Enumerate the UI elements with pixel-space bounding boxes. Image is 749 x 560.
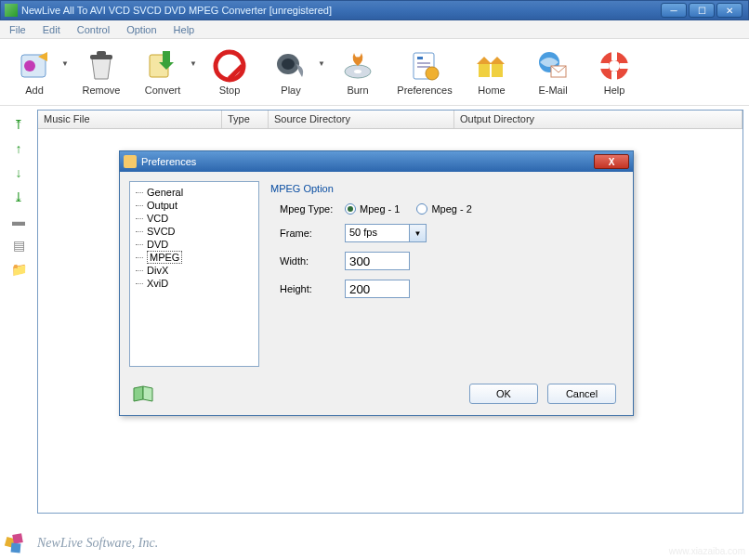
radio-icon (416, 203, 427, 215)
preferences-dialog: Preferences X General Output VCD SVCD DV… (119, 150, 634, 416)
burn-icon (341, 49, 374, 83)
toolbar-home[interactable]: Home (463, 49, 520, 96)
tree-mpeg[interactable]: MPEG (132, 251, 256, 264)
svg-point-8 (282, 59, 295, 70)
column-music-file[interactable]: Music File (38, 111, 222, 128)
mpeg-type-label: Mpeg Type: (270, 203, 345, 215)
move-down-icon[interactable]: ↓ (11, 165, 26, 180)
ok-button[interactable]: OK (469, 384, 538, 404)
svg-point-15 (426, 67, 439, 80)
tree-vcd[interactable]: VCD (132, 212, 256, 225)
move-top-icon[interactable]: ⤒ (11, 117, 26, 132)
stop-icon (213, 49, 246, 83)
preferences-tree[interactable]: General Output VCD SVCD DVD MPEG DivX Xv… (129, 181, 259, 367)
svg-rect-13 (417, 62, 430, 64)
tree-general[interactable]: General (132, 186, 256, 199)
toolbar-preferences[interactable]: Preferences (390, 49, 459, 96)
radio-mpeg2-label: Mpeg - 2 (431, 203, 471, 215)
watermark: www.xiazaiba.com (669, 546, 745, 556)
menu-control[interactable]: Control (72, 22, 115, 37)
toolbar-play[interactable]: Play (262, 49, 320, 96)
window-title: NewLive All To AVI VCD SVCD DVD MPEG Con… (21, 5, 332, 16)
toolbar-stop[interactable]: Stop (201, 49, 258, 96)
menu-help[interactable]: Help (168, 22, 201, 37)
toolbar-add-label: Add (25, 85, 44, 96)
width-label: Width: (270, 255, 345, 267)
svg-rect-27 (12, 533, 23, 544)
group-title: MPEG Option (270, 183, 624, 194)
toolbar-play-label: Play (281, 85, 300, 96)
toolbar-stop-label: Stop (219, 85, 241, 96)
dropdown-icon[interactable]: ▼ (61, 59, 69, 68)
frame-combo[interactable]: 50 fps ▼ (345, 224, 427, 242)
radio-mpeg2[interactable]: Mpeg - 2 (416, 203, 471, 215)
height-input[interactable] (345, 280, 410, 298)
svg-rect-22 (611, 51, 617, 60)
side-toolbar: ⤒ ↑ ↓ ⤓ ▬ ▤ 📁 (6, 117, 32, 277)
menu-edit[interactable]: Edit (37, 22, 66, 37)
dialog-icon (124, 155, 137, 168)
column-source-directory[interactable]: Source Directory (269, 111, 454, 128)
svg-rect-23 (611, 72, 617, 81)
email-icon (536, 49, 570, 83)
tree-output[interactable]: Output (132, 199, 256, 212)
height-label: Height: (270, 283, 345, 294)
toolbar-burn[interactable]: Burn (329, 49, 387, 96)
footer: NewLive Software, Inc. (4, 530, 158, 556)
app-icon (5, 4, 18, 17)
chevron-down-icon[interactable]: ▼ (409, 225, 426, 241)
page-icon[interactable]: ▬ (11, 214, 26, 228)
company-name: NewLive Software, Inc. (37, 536, 158, 551)
toolbar-help-label: Help (604, 85, 625, 96)
svg-rect-17 (492, 64, 503, 77)
table-header: Music File Type Source Directory Output … (38, 111, 742, 129)
toolbar-preferences-label: Preferences (397, 85, 452, 96)
menu-file[interactable]: File (4, 22, 32, 37)
dialog-title-text: Preferences (141, 156, 196, 167)
svg-rect-28 (11, 543, 21, 553)
minimize-button[interactable]: ─ (661, 3, 687, 18)
svg-rect-16 (479, 64, 490, 77)
cancel-button[interactable]: Cancel (547, 384, 616, 404)
maximize-button[interactable]: ☐ (689, 3, 715, 18)
toolbar-convert[interactable]: Convert (134, 49, 191, 96)
radio-mpeg1-label: Mpeg - 1 (360, 203, 400, 215)
toolbar-email-label: E-Mail (538, 85, 567, 96)
svg-rect-12 (417, 57, 423, 59)
tree-divx[interactable]: DivX (132, 264, 256, 277)
convert-icon (146, 49, 179, 83)
toolbar-remove-label: Remove (83, 85, 121, 96)
dropdown-icon[interactable]: ▼ (318, 59, 325, 68)
frame-label: Frame: (270, 228, 345, 239)
tree-xvid[interactable]: XviD (132, 277, 256, 290)
svg-rect-14 (417, 66, 430, 68)
width-input[interactable] (345, 252, 410, 270)
menu-option[interactable]: Option (121, 22, 162, 37)
close-button[interactable]: ✕ (716, 3, 742, 18)
play-icon (274, 49, 308, 83)
main-titlebar: NewLive All To AVI VCD SVCD DVD MPEG Con… (0, 0, 749, 20)
toolbar-remove[interactable]: Remove (72, 49, 130, 96)
column-type[interactable]: Type (222, 111, 269, 128)
help-icon (598, 49, 631, 83)
document-icon[interactable]: ▤ (11, 238, 26, 253)
toolbar-help[interactable]: Help (585, 49, 643, 96)
toolbar-add[interactable]: Add (6, 49, 63, 96)
tree-dvd[interactable]: DVD (132, 238, 256, 251)
help-book-icon[interactable] (133, 385, 153, 402)
toolbar-email[interactable]: E-Mail (524, 49, 582, 96)
svg-rect-25 (620, 63, 629, 69)
dropdown-icon[interactable]: ▼ (190, 59, 197, 68)
preferences-panel: MPEG Option Mpeg Type: Mpeg - 1 Mpeg - 2… (270, 181, 624, 371)
toolbar-burn-label: Burn (347, 85, 368, 96)
folder-icon[interactable]: 📁 (11, 262, 26, 277)
preferences-icon (408, 49, 441, 83)
move-bottom-icon[interactable]: ⤓ (11, 189, 26, 204)
toolbar-home-label: Home (478, 85, 505, 96)
dialog-close-button[interactable]: X (594, 154, 629, 169)
move-up-icon[interactable]: ↑ (11, 141, 26, 156)
radio-mpeg1[interactable]: Mpeg - 1 (345, 203, 400, 215)
dialog-titlebar: Preferences X (120, 151, 633, 172)
tree-svcd[interactable]: SVCD (132, 225, 256, 238)
column-output-directory[interactable]: Output Directory (454, 111, 742, 128)
